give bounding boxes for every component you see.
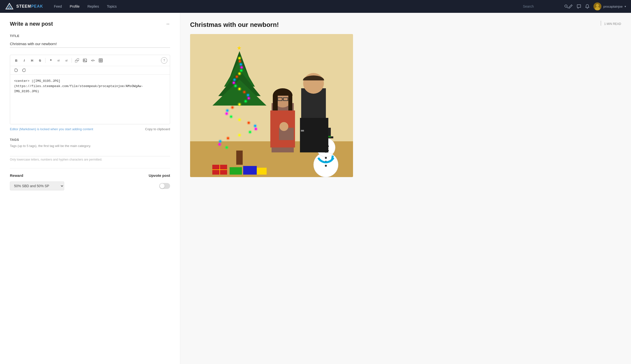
- svg-line-5: [567, 7, 568, 8]
- svg-point-10: [84, 60, 85, 60]
- upvote-label: Upvote post: [149, 173, 170, 178]
- dropdown-icon: ▾: [624, 5, 626, 8]
- page-title: Write a new post: [10, 21, 53, 27]
- nav-profile[interactable]: Profile: [66, 3, 83, 10]
- tags-label: Tags: [10, 138, 170, 142]
- logo-peak: PEAK: [31, 4, 43, 8]
- divider: [10, 168, 170, 168]
- unordered-list-button[interactable]: ul: [63, 57, 70, 64]
- editor-container: B I H S ❝ ol ul: [10, 55, 170, 124]
- toolbar-separator-1: [45, 58, 46, 63]
- tags-section: Tags Tags (up to 5 tags), the first tag …: [10, 138, 170, 161]
- title-label: Title: [10, 34, 170, 38]
- tags-input[interactable]: [10, 149, 170, 156]
- reward-label: Reward: [10, 173, 23, 178]
- toggle-knob: [160, 184, 165, 188]
- italic-button[interactable]: I: [21, 57, 28, 64]
- read-time-badge: 1 MIN READ: [601, 21, 621, 26]
- tags-rule: Only lowercase letters, numbers and hyph…: [10, 158, 170, 161]
- reward-row: Reward Upvote post: [10, 173, 170, 178]
- help-button[interactable]: ?: [161, 57, 167, 64]
- tags-hint: Tags (up to 5 tags), the first tag will …: [10, 144, 170, 148]
- editor-content: <center> |[IMG_0195.JPG](https://files.s…: [14, 79, 143, 93]
- nav-search-area: [523, 4, 568, 8]
- table-button[interactable]: [97, 57, 104, 64]
- bold-button[interactable]: B: [13, 57, 20, 64]
- search-input[interactable]: [523, 4, 562, 8]
- panel-header: Write a new post ↔: [10, 21, 170, 27]
- nav-links: Feed Profile Replies Topics: [51, 3, 523, 10]
- toolbar-separator-2: [72, 58, 72, 63]
- preview-image: [190, 34, 353, 177]
- logo-steem: STEEM: [16, 4, 31, 8]
- main-content: Write a new post ↔ Title B I H S ❝ ol ul: [0, 13, 631, 364]
- undo-button[interactable]: [13, 67, 20, 74]
- logo[interactable]: STEEMPEAK: [5, 2, 43, 11]
- christmas-photo: [190, 34, 353, 177]
- upvote-toggle[interactable]: [159, 183, 170, 189]
- nav-feed[interactable]: Feed: [51, 3, 65, 10]
- editor-panel: Write a new post ↔ Title B I H S ❝ ol ul: [0, 13, 180, 364]
- editor-body[interactable]: <center> |[IMG_0195.JPG](https://files.s…: [10, 75, 170, 124]
- username: procaptainjoe: [603, 5, 622, 8]
- editor-toolbar: B I H S ❝ ol ul: [10, 55, 170, 66]
- redo-button[interactable]: [21, 67, 28, 74]
- strikethrough-button[interactable]: S: [36, 57, 44, 64]
- image-button[interactable]: [81, 57, 89, 64]
- preview-title: Christmas with our newborn!: [190, 21, 596, 29]
- heading-button[interactable]: H: [28, 57, 36, 64]
- editor-footer: Editor (Markdown) is locked when you sta…: [10, 127, 170, 131]
- nav-replies[interactable]: Replies: [84, 3, 102, 10]
- reward-controls: 50% SBD and 50% SP Power up 100% Decline…: [10, 182, 170, 190]
- user-menu[interactable]: procaptainjoe ▾: [593, 2, 626, 10]
- messages-icon[interactable]: [577, 4, 581, 9]
- edit-icon[interactable]: [568, 4, 573, 9]
- svg-marker-0: [6, 3, 13, 9]
- preview-panel: Christmas with our newborn! 1 MIN READ: [180, 13, 631, 364]
- svg-rect-11: [99, 59, 102, 62]
- editor-hint[interactable]: Editor (Markdown) is locked when you sta…: [10, 127, 93, 131]
- nav-actions: procaptainjoe ▾: [568, 2, 626, 10]
- editor-toolbar-row2: [10, 66, 170, 75]
- copy-clipboard-button[interactable]: Copy to clipboard: [145, 127, 170, 131]
- post-title-input[interactable]: [10, 40, 170, 48]
- link-button[interactable]: [73, 57, 81, 64]
- reward-select[interactable]: 50% SBD and 50% SP Power up 100% Decline…: [10, 182, 64, 190]
- preview-header: Christmas with our newborn! 1 MIN READ: [190, 21, 621, 29]
- expand-button[interactable]: ↔: [166, 22, 170, 27]
- ordered-list-button[interactable]: ol: [55, 57, 62, 64]
- search-icon[interactable]: [564, 4, 568, 8]
- notifications-icon[interactable]: [585, 4, 589, 9]
- navbar: STEEMPEAK Feed Profile Replies Topics: [0, 0, 631, 13]
- quote-button[interactable]: ❝: [47, 57, 54, 64]
- svg-rect-9: [83, 59, 87, 62]
- avatar: [593, 2, 601, 10]
- nav-topics[interactable]: Topics: [103, 3, 120, 10]
- code-button[interactable]: </>: [89, 57, 97, 64]
- svg-point-7: [596, 4, 599, 7]
